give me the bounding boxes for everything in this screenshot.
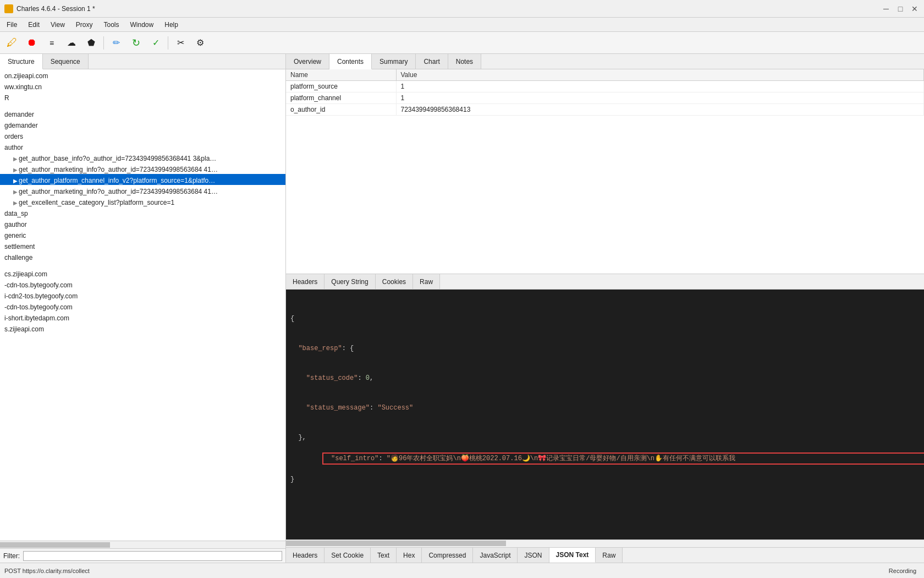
tree-item-get-excellent[interactable]: ▶get_excellent_case_category_list?platfo… bbox=[0, 196, 285, 207]
toolbar-separator-2 bbox=[168, 36, 168, 50]
tree-item-cdn2-tos[interactable]: i-cdn2-tos.bytegoofy.com bbox=[0, 290, 285, 301]
tab-overview[interactable]: Overview bbox=[286, 54, 329, 69]
tree-item-r[interactable]: R bbox=[0, 91, 285, 102]
code-h-scrollbar[interactable] bbox=[286, 539, 924, 547]
contents-table-wrapper: Name Value platform_source 1 platform_ch… bbox=[286, 69, 924, 274]
menu-edit[interactable]: Edit bbox=[24, 20, 44, 30]
tab-headers-req[interactable]: Headers bbox=[286, 274, 324, 289]
contents-table: Name Value platform_source 1 platform_ch… bbox=[286, 69, 924, 116]
tab-chart[interactable]: Chart bbox=[416, 54, 448, 69]
minimize-button[interactable]: ─ bbox=[881, 4, 891, 14]
tree-item-gdemander[interactable]: gdemander bbox=[0, 119, 285, 130]
menu-proxy[interactable]: Proxy bbox=[72, 20, 97, 30]
pen-tool-button[interactable]: 🖊 bbox=[3, 34, 21, 52]
upper-tab-bar: Overview Contents Summary Chart Notes bbox=[286, 54, 924, 69]
tab-structure[interactable]: Structure bbox=[0, 54, 43, 69]
tree-item-cs-zijie[interactable]: cs.zijieapi.com bbox=[0, 268, 285, 279]
tree-item-orders[interactable]: orders bbox=[0, 130, 285, 141]
tree-item-data-sp[interactable]: data_sp bbox=[0, 207, 285, 218]
code-line-4: "status_message": "Success" bbox=[290, 403, 920, 413]
maximize-button[interactable]: □ bbox=[895, 4, 905, 14]
tab-cookies[interactable]: Cookies bbox=[376, 274, 413, 289]
code-area[interactable]: { "base_resp": { "status_code": 0, "stat… bbox=[286, 290, 924, 539]
tab-contents[interactable]: Contents bbox=[329, 54, 372, 69]
tree-item-cdn-tos-2[interactable]: -cdn-tos.bytegoofy.com bbox=[0, 301, 285, 312]
tree-item-s-zijie[interactable]: s.zijieapi.com bbox=[0, 323, 285, 334]
cell-value: 1 bbox=[396, 81, 924, 92]
tree-item-get-author-platform[interactable]: ▶get_author_platform_channel_info_v2?pla… bbox=[0, 174, 285, 185]
menu-file[interactable]: File bbox=[2, 20, 21, 30]
tools-button[interactable]: ✂ bbox=[172, 34, 189, 52]
tree-item-ww-xingtu[interactable]: ww.xingtu.cn bbox=[0, 80, 285, 91]
bottom-tab-compressed[interactable]: Compressed bbox=[422, 548, 473, 563]
col-name: Name bbox=[286, 69, 396, 81]
bottom-tab-raw[interactable]: Raw bbox=[596, 548, 623, 563]
tree-item-cdn-tos-1[interactable]: -cdn-tos.bytegoofy.com bbox=[0, 279, 285, 290]
tree-spacer-1 bbox=[0, 102, 285, 108]
tree-item-author[interactable]: author bbox=[0, 141, 285, 152]
close-button[interactable]: ✕ bbox=[910, 4, 920, 14]
tree-item-get-author-marketing-1[interactable]: ▶get_author_marketing_info?o_author_id=7… bbox=[0, 163, 285, 174]
compose-button[interactable]: ✏ bbox=[107, 34, 125, 52]
stop-button[interactable]: ⬟ bbox=[82, 34, 100, 52]
code-h-scrollbar-thumb[interactable] bbox=[286, 541, 506, 546]
cell-value: 1 bbox=[396, 92, 924, 104]
recording-badge: Recording bbox=[886, 566, 920, 575]
menu-help[interactable]: Help bbox=[160, 20, 183, 30]
bottom-tab-set-cookie[interactable]: Set Cookie bbox=[324, 548, 371, 563]
validate-button[interactable]: ✓ bbox=[147, 34, 164, 52]
tab-sequence[interactable]: Sequence bbox=[43, 54, 89, 69]
tab-raw-req[interactable]: Raw bbox=[413, 274, 440, 289]
left-panel: Structure Sequence on.zijieapi.com ww.xi… bbox=[0, 54, 286, 563]
window-title: Charles 4.6.4 - Session 1 * bbox=[16, 5, 95, 13]
tree-list[interactable]: on.zijieapi.com ww.xingtu.cn R demander … bbox=[0, 69, 285, 541]
tree-item-get-author-marketing-2[interactable]: ▶get_author_marketing_info?o_author_id=7… bbox=[0, 185, 285, 196]
tree-item-demander[interactable]: demander bbox=[0, 108, 285, 119]
title-bar-controls[interactable]: ─ □ ✕ bbox=[881, 4, 920, 14]
main-layout: Structure Sequence on.zijieapi.com ww.xi… bbox=[0, 54, 924, 563]
tab-summary[interactable]: Summary bbox=[372, 54, 416, 69]
tree-item-on-zijieapi[interactable]: on.zijieapi.com bbox=[0, 69, 285, 80]
menu-window[interactable]: Window bbox=[126, 20, 158, 30]
left-h-scrollbar-thumb[interactable] bbox=[0, 542, 110, 548]
menu-tools[interactable]: Tools bbox=[100, 20, 124, 30]
tree-item-gauthor[interactable]: gauthor bbox=[0, 218, 285, 229]
menu-view[interactable]: View bbox=[46, 20, 69, 30]
tree-item-short-ibyte[interactable]: i-short.ibytedapm.com bbox=[0, 312, 285, 323]
tree-item-generic[interactable]: generic bbox=[0, 229, 285, 240]
title-bar: Charles 4.6.4 - Session 1 * ─ □ ✕ bbox=[0, 0, 924, 18]
throttle-button[interactable]: ≡ bbox=[43, 34, 61, 52]
code-line-1: { bbox=[290, 314, 920, 324]
refresh-button[interactable]: ↻ bbox=[127, 34, 145, 52]
col-value: Value bbox=[396, 69, 924, 81]
tree-item-challenge[interactable]: challenge bbox=[0, 251, 285, 262]
bottom-tabs: Headers Set Cookie Text Hex Compressed J… bbox=[286, 547, 924, 563]
bottom-tab-json[interactable]: JSON bbox=[518, 548, 549, 563]
tab-notes[interactable]: Notes bbox=[448, 54, 481, 69]
table-row[interactable]: platform_channel 1 bbox=[286, 92, 924, 104]
cell-name: o_author_id bbox=[286, 104, 396, 116]
tree-item-get-author-base[interactable]: ▶get_author_base_info?o_author_id=723439… bbox=[0, 152, 285, 163]
tab-query-string[interactable]: Query String bbox=[324, 274, 375, 289]
table-row[interactable]: o_author_id 7234399499856368413 bbox=[286, 104, 924, 116]
left-h-scrollbar[interactable] bbox=[0, 541, 285, 548]
filter-input[interactable] bbox=[23, 551, 282, 561]
bottom-tab-javascript[interactable]: JavaScript bbox=[473, 548, 518, 563]
settings-button[interactable]: ⚙ bbox=[191, 34, 209, 52]
table-row[interactable]: platform_source 1 bbox=[286, 81, 924, 92]
cell-name: platform_channel bbox=[286, 92, 396, 104]
code-line-2: "base_resp": { bbox=[290, 343, 920, 353]
lower-tab-bar: Headers Query String Cookies Raw bbox=[286, 274, 924, 290]
record-button[interactable]: ⏺ bbox=[23, 34, 41, 52]
charles-icon bbox=[4, 4, 13, 13]
status-bar: POST https://o.clarity.ms/collect Record… bbox=[0, 563, 924, 578]
tree-item-settlement[interactable]: settlement bbox=[0, 240, 285, 251]
code-line-6: "self_intro": "🧑96年农村全职宝妈\n🍑桃桃2022.07.16… bbox=[322, 452, 924, 465]
toolbar: 🖊 ⏺ ≡ ☁ ⬟ ✏ ↻ ✓ ✂ ⚙ bbox=[0, 32, 924, 54]
bottom-tab-hex[interactable]: Hex bbox=[397, 548, 422, 563]
cloud-button[interactable]: ☁ bbox=[63, 34, 80, 52]
bottom-tab-text[interactable]: Text bbox=[371, 548, 397, 563]
menu-bar: File Edit View Proxy Tools Window Help bbox=[0, 18, 924, 32]
bottom-tab-json-text[interactable]: JSON Text bbox=[549, 548, 596, 563]
bottom-tab-headers[interactable]: Headers bbox=[286, 548, 324, 563]
